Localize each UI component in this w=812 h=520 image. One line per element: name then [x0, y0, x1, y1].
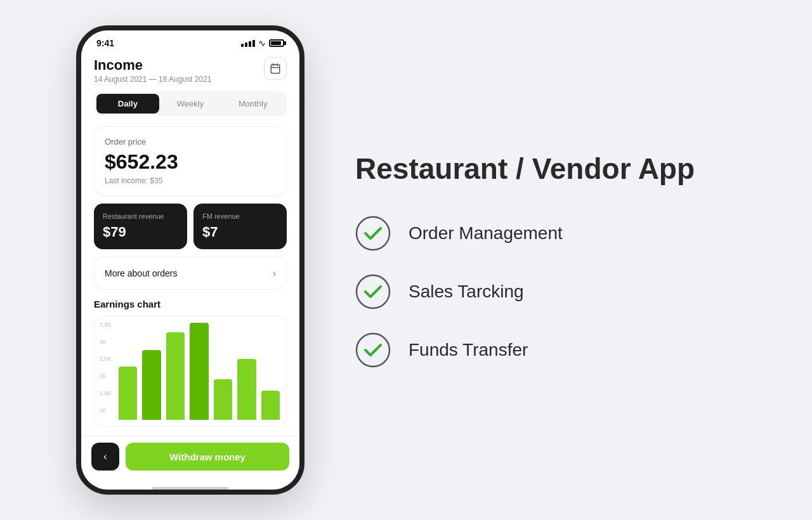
battery-icon: [269, 39, 284, 47]
feature-label-order: Order Management: [409, 223, 563, 244]
tab-daily[interactable]: Daily: [96, 94, 159, 114]
fm-revenue-value: $7: [202, 224, 278, 240]
feature-item-sales: Sales Tarcking: [355, 274, 736, 309]
chart-bar-7: [261, 391, 280, 420]
chart-bar-4: [190, 323, 208, 420]
earnings-chart: 3.5K 3K 2.5K 2K 1.5K 1K: [94, 316, 287, 427]
fm-revenue-label: FM revenue: [202, 212, 278, 220]
feature-list: Order Management Sales Tarcking Funds Tr…: [355, 216, 736, 368]
app-title: Restaurant / Vendor App: [355, 152, 736, 186]
fm-revenue-card: FM revenue $7: [193, 204, 287, 249]
chart-bar-1: [119, 367, 137, 420]
chart-bar-2: [142, 350, 160, 420]
check-icon-funds: [355, 332, 391, 368]
phone-content: Income 14 August 2021 — 18 August 2021 D…: [81, 52, 299, 436]
chevron-right-icon: ›: [273, 268, 276, 279]
svg-rect-0: [271, 65, 280, 74]
restaurant-revenue-label: Restaurant revenue: [103, 212, 178, 220]
feature-label-funds: Funds Transfer: [409, 340, 528, 360]
income-header: Income 14 August 2021 — 18 August 2021: [94, 57, 287, 84]
wifi-icon: ∿: [258, 38, 266, 48]
phone-mockup: 9:41 ∿ Income 14 August 202: [76, 25, 304, 495]
phone-bottom: ‹ Withdraw money: [81, 436, 299, 483]
last-income: Last income: $35: [105, 176, 276, 185]
chart-y-labels: 3.5K 3K 2.5K 2K 1.5K 1K: [100, 322, 112, 413]
feature-label-sales: Sales Tarcking: [409, 282, 524, 302]
chart-label-2_5k: 2.5K: [100, 356, 112, 362]
restaurant-revenue-value: $79: [103, 224, 178, 240]
feature-item-order: Order Management: [355, 216, 736, 251]
revenue-row: Restaurant revenue $79 FM revenue $7: [94, 204, 287, 249]
svg-point-5: [357, 275, 390, 308]
income-title-group: Income 14 August 2021 — 18 August 2021: [94, 57, 211, 84]
earnings-section: Earnings chart 3.5K 3K 2.5K 2K 1.5K 1K: [94, 299, 287, 427]
back-button[interactable]: ‹: [91, 443, 119, 471]
signal-icon: [241, 40, 255, 47]
withdraw-button[interactable]: Withdraw money: [126, 443, 289, 471]
chart-label-3k: 3K: [100, 339, 112, 345]
phone-time: 9:41: [96, 38, 114, 48]
tab-bar: Daily Weekly Monthly: [94, 91, 287, 116]
chart-bars: [119, 323, 280, 422]
order-price-label: Order price: [105, 137, 276, 146]
order-price-value: $652.23: [105, 150, 276, 174]
more-orders-text: More about orders: [105, 268, 177, 278]
status-icons: ∿: [241, 38, 284, 48]
chart-label-1_5k: 1.5K: [100, 390, 112, 396]
income-date: 14 August 2021 — 18 August 2021: [94, 75, 211, 84]
check-icon-order: [355, 216, 391, 251]
calendar-button[interactable]: [264, 57, 287, 80]
svg-point-4: [357, 217, 390, 250]
feature-item-funds: Funds Transfer: [355, 332, 736, 368]
check-icon-sales: [355, 274, 391, 309]
restaurant-revenue-card: Restaurant revenue $79: [94, 204, 187, 249]
earnings-title: Earnings chart: [94, 299, 287, 309]
chart-bar-6: [237, 359, 256, 420]
order-price-card: Order price $652.23 Last income: $35: [94, 126, 287, 196]
chart-bar-3: [166, 332, 185, 420]
chart-label-3_5k: 3.5K: [100, 322, 112, 328]
withdraw-label: Withdraw money: [169, 452, 246, 462]
back-icon: ‹: [103, 451, 107, 462]
chart-label-1k: 1K: [100, 407, 112, 413]
tab-monthly[interactable]: Monthly: [221, 94, 284, 114]
tab-weekly[interactable]: Weekly: [159, 94, 222, 114]
status-bar: 9:41 ∿: [81, 30, 299, 52]
right-panel: Restaurant / Vendor App Order Management…: [355, 152, 736, 368]
more-orders-row[interactable]: More about orders ›: [94, 257, 287, 290]
chart-bar-5: [214, 379, 232, 420]
chart-label-2k: 2K: [100, 373, 112, 379]
svg-point-6: [357, 334, 390, 367]
page-container: 9:41 ∿ Income 14 August 202: [0, 0, 812, 520]
home-indicator: [152, 487, 228, 490]
income-title: Income: [94, 57, 211, 74]
